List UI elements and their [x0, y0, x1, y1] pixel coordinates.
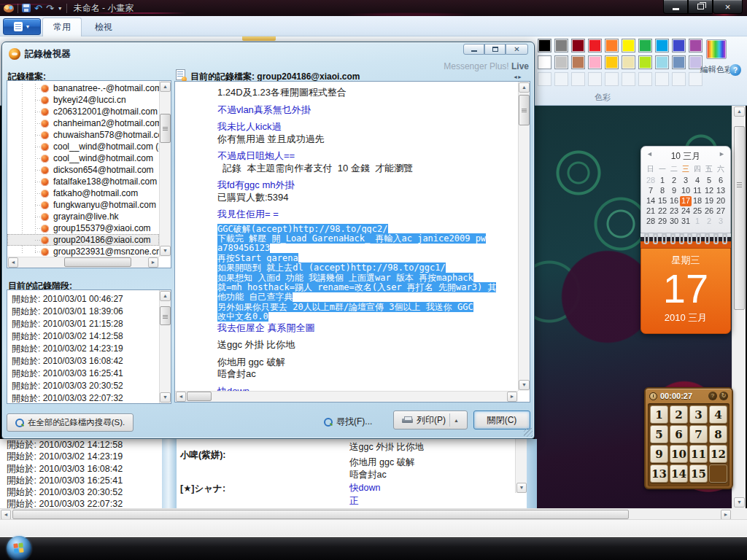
redo-icon[interactable]: ↷: [46, 4, 54, 13]
palette-color-swatch[interactable]: [588, 39, 602, 52]
search-all-logs-button[interactable]: 在全部的記錄檔內搜尋(S).: [7, 413, 133, 432]
maximize-button[interactable]: [484, 44, 506, 55]
palette-color-swatch[interactable]: [689, 39, 703, 52]
log-file-item[interactable]: dickson654@hotmail.com: [7, 164, 159, 176]
qat-dropdown-icon[interactable]: ▼: [58, 6, 63, 11]
log-file-item[interactable]: cool__wind@hotmail.com: [7, 152, 159, 164]
close-button[interactable]: ×: [713, 0, 743, 14]
start-button[interactable]: [7, 536, 31, 560]
log-file-item[interactable]: chuwaishan578@hotmail.com: [7, 129, 159, 141]
minimize-button[interactable]: [663, 0, 688, 14]
scroll-left-icon[interactable]: ◄: [176, 392, 186, 402]
canvas-vertical-scrollbar[interactable]: ▲ ▼: [732, 106, 746, 508]
log-file-item[interactable]: c206312001@hotmail.com: [7, 106, 159, 117]
palette-color-swatch[interactable]: [538, 55, 551, 69]
palette-color-swatch[interactable]: [605, 55, 619, 69]
log-file-item[interactable]: bykeyi24@lucci.cn: [7, 94, 159, 106]
log-file-item[interactable]: fatkaho@hotmail.com: [7, 187, 159, 199]
scroll-down-icon[interactable]: ▼: [160, 246, 171, 256]
log-file-item[interactable]: cool__wind@hotmail.com (2): [7, 141, 159, 152]
log-file-item[interactable]: fungkwanyu@hotmail.com: [7, 199, 159, 211]
palette-color-swatch[interactable]: [571, 55, 585, 69]
scroll-down-icon[interactable]: ▼: [519, 380, 530, 390]
palette-color-swatch[interactable]: [672, 55, 686, 69]
tree-connector: [35, 88, 41, 89]
scroll-thumb[interactable]: [187, 392, 212, 401]
scroll-up-icon[interactable]: ▲: [519, 82, 530, 93]
session-item[interactable]: 開始於: 2010/03/02 14:12:58: [7, 330, 159, 343]
close-button[interactable]: ✕: [506, 44, 528, 55]
close-dialog-button[interactable]: 關閉(C): [473, 411, 530, 429]
session-item[interactable]: 開始於: 2010/03/03 16:25:41: [7, 368, 159, 380]
scroll-right-icon[interactable]: ►: [148, 257, 158, 268]
selected-text-line: 下載完 解壓 開_Load GarenaHack_ 再輸入ac janice20…: [217, 233, 486, 244]
horizontal-scroll-thumb[interactable]: [12, 510, 629, 519]
scroll-down-icon[interactable]: ▼: [160, 392, 171, 402]
palette-color-swatch[interactable]: [622, 55, 635, 69]
palette-color-swatch[interactable]: [588, 55, 602, 69]
session-item[interactable]: 開始於: 2010/03/01 00:46:27: [7, 293, 159, 306]
paint-app-icon[interactable]: [4, 4, 14, 12]
selected-text-line: 如果開唔到 就上去dl (accept)http://98.to/ggc1/: [217, 262, 446, 273]
session-item[interactable]: 開始於: 2010/03/01 18:39:06: [7, 306, 159, 318]
palette-color-swatch[interactable]: [655, 39, 669, 52]
palette-color-swatch[interactable]: [571, 39, 585, 52]
session-item[interactable]: 開始於: 2010/03/01 21:15:28: [7, 318, 159, 330]
tab-view[interactable]: 檢視: [85, 18, 123, 36]
tree-connector: [35, 112, 41, 112]
log-file-item[interactable]: fatalfake138@hotmail.com: [7, 176, 159, 187]
palette-color-swatch[interactable]: [622, 39, 635, 52]
splitter-arrows-icon[interactable]: ◄►: [513, 74, 522, 79]
scroll-left-icon[interactable]: ◄: [1, 510, 11, 520]
chat-vertical-scrollbar[interactable]: ▲ ▼: [518, 82, 530, 391]
session-item[interactable]: 開始於: 2010/03/03 20:30:52: [7, 380, 159, 392]
print-dropdown-icon[interactable]: ▲: [454, 418, 459, 423]
scroll-up-icon[interactable]: ▲: [160, 82, 171, 92]
save-icon[interactable]: [22, 4, 31, 12]
log-file-item[interactable]: grayrain@live.hk: [7, 211, 159, 222]
files-vertical-scrollbar[interactable]: ▲ ▼: [159, 81, 171, 257]
palette-color-swatch[interactable]: [554, 39, 568, 52]
session-item[interactable]: 開始於: 2010/03/03 22:07:32: [7, 392, 159, 404]
session-item[interactable]: 開始於: 2010/03/02 14:23:19: [7, 343, 159, 355]
palette-color-swatch[interactable]: [638, 55, 652, 69]
palette-color-swatch[interactable]: [638, 39, 652, 52]
scroll-right-icon[interactable]: ►: [507, 392, 517, 402]
log-file-item[interactable]: bananatree-.-@hotmail.com: [7, 82, 159, 94]
scroll-down-icon[interactable]: ▼: [734, 497, 745, 508]
find-button[interactable]: 尋找(F)...: [324, 416, 372, 428]
edit-colors-button[interactable]: [706, 39, 727, 59]
scroll-thumb[interactable]: [160, 114, 171, 143]
resize-grip[interactable]: [524, 428, 533, 437]
palette-color-swatch[interactable]: [605, 39, 619, 52]
palette-color-swatch[interactable]: [655, 55, 669, 69]
help-icon[interactable]: ?: [729, 64, 741, 76]
palette-color-swatch[interactable]: [672, 39, 686, 52]
log-file-item[interactable]: group204186@xiaoi.com: [7, 234, 159, 246]
scroll-thumb[interactable]: [64, 257, 131, 267]
log-file-item[interactable]: group155379@xiaoi.com: [7, 222, 159, 234]
minimize-button[interactable]: [463, 44, 484, 55]
scroll-up-icon[interactable]: ▲: [160, 291, 171, 301]
palette-color-swatch[interactable]: [554, 55, 568, 69]
restore-button[interactable]: [688, 0, 713, 14]
log-file-item[interactable]: group323931@msnzone.cn: [7, 246, 159, 257]
scroll-left-icon[interactable]: ◄: [8, 257, 18, 268]
palette-color-swatch[interactable]: [538, 39, 551, 52]
scroll-right-icon[interactable]: ►: [721, 510, 731, 520]
tab-home[interactable]: 常用: [42, 18, 82, 36]
files-horizontal-scrollbar[interactable]: ◄ ►: [7, 257, 159, 268]
caption-buttons: ×: [663, 0, 743, 14]
scroll-up-icon[interactable]: ▲: [734, 106, 745, 117]
print-button[interactable]: 列印(P) ▲: [393, 411, 468, 429]
vertical-scroll-thumb[interactable]: [734, 126, 745, 310]
undo-icon[interactable]: ↶: [34, 4, 42, 13]
log-file-item[interactable]: chanheiman2@hotmail.com: [7, 117, 159, 129]
sessions-vertical-scrollbar[interactable]: ▲ ▼: [159, 290, 171, 403]
chat-horizontal-scrollbar[interactable]: ◄ ►: [175, 391, 518, 402]
scroll-thumb[interactable]: [519, 95, 530, 125]
session-item[interactable]: 開始於: 2010/03/03 16:08:42: [7, 355, 159, 368]
paint-menu-button[interactable]: ▼: [3, 18, 41, 35]
scroll-thumb[interactable]: [160, 306, 171, 325]
canvas-horizontal-scrollbar[interactable]: ◄ ►: [0, 508, 732, 519]
